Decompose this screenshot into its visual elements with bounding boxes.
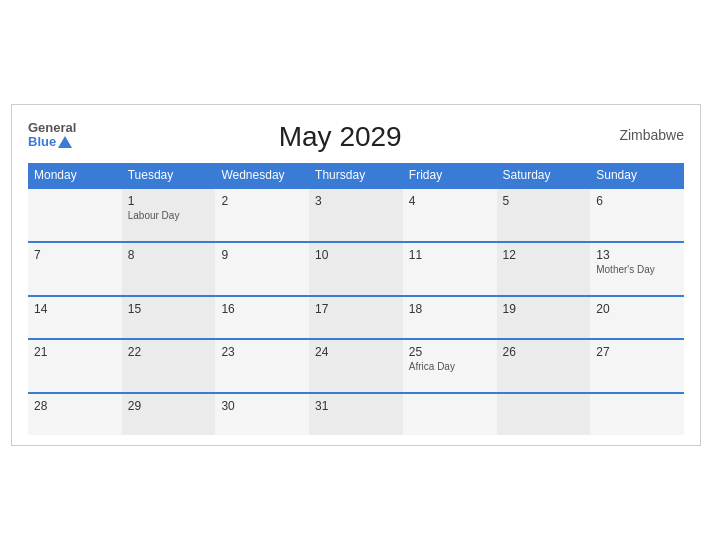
calendar-cell: 11 [403, 242, 497, 296]
calendar-table: MondayTuesdayWednesdayThursdayFridaySatu… [28, 163, 684, 435]
calendar-cell: 2 [215, 188, 309, 242]
day-number: 9 [221, 248, 303, 262]
day-number: 1 [128, 194, 210, 208]
day-number: 28 [34, 399, 116, 413]
day-number: 12 [503, 248, 585, 262]
calendar-header: General Blue May 2029 Zimbabwe [28, 121, 684, 153]
calendar-cell: 26 [497, 339, 591, 393]
calendar-cell: 23 [215, 339, 309, 393]
column-header-thursday: Thursday [309, 163, 403, 188]
column-header-sunday: Sunday [590, 163, 684, 188]
calendar-cell: 3 [309, 188, 403, 242]
day-number: 21 [34, 345, 116, 359]
day-number: 20 [596, 302, 678, 316]
calendar-cell [403, 393, 497, 435]
week-row-5: 28293031 [28, 393, 684, 435]
calendar-cell: 5 [497, 188, 591, 242]
calendar-cell [28, 188, 122, 242]
calendar-cell: 25Africa Day [403, 339, 497, 393]
day-number: 29 [128, 399, 210, 413]
calendar-cell: 16 [215, 296, 309, 339]
day-number: 31 [315, 399, 397, 413]
week-row-4: 2122232425Africa Day2627 [28, 339, 684, 393]
day-number: 11 [409, 248, 491, 262]
day-number: 25 [409, 345, 491, 359]
day-number: 18 [409, 302, 491, 316]
day-number: 6 [596, 194, 678, 208]
logo: General Blue [28, 121, 76, 150]
calendar-cell: 9 [215, 242, 309, 296]
logo-blue-text: Blue [28, 135, 72, 149]
calendar-cell [590, 393, 684, 435]
day-number: 26 [503, 345, 585, 359]
calendar-cell: 12 [497, 242, 591, 296]
column-header-saturday: Saturday [497, 163, 591, 188]
calendar-cell: 24 [309, 339, 403, 393]
logo-general-text: General [28, 121, 76, 135]
column-header-tuesday: Tuesday [122, 163, 216, 188]
day-number: 8 [128, 248, 210, 262]
day-number: 17 [315, 302, 397, 316]
holiday-label: Mother's Day [596, 264, 678, 275]
calendar-cell: 18 [403, 296, 497, 339]
calendar-cell: 4 [403, 188, 497, 242]
day-number: 30 [221, 399, 303, 413]
calendar-cell: 22 [122, 339, 216, 393]
calendar-title: May 2029 [76, 121, 604, 153]
column-header-monday: Monday [28, 163, 122, 188]
column-header-wednesday: Wednesday [215, 163, 309, 188]
day-number: 7 [34, 248, 116, 262]
week-row-1: 1Labour Day23456 [28, 188, 684, 242]
calendar-cell [497, 393, 591, 435]
calendar-container: General Blue May 2029 Zimbabwe MondayTue… [11, 104, 701, 446]
day-number: 4 [409, 194, 491, 208]
column-header-friday: Friday [403, 163, 497, 188]
calendar-cell: 19 [497, 296, 591, 339]
holiday-label: Labour Day [128, 210, 210, 221]
calendar-cell: 10 [309, 242, 403, 296]
day-number: 24 [315, 345, 397, 359]
calendar-cell: 8 [122, 242, 216, 296]
column-header-row: MondayTuesdayWednesdayThursdayFridaySatu… [28, 163, 684, 188]
calendar-cell: 29 [122, 393, 216, 435]
day-number: 10 [315, 248, 397, 262]
calendar-cell: 20 [590, 296, 684, 339]
week-row-3: 14151617181920 [28, 296, 684, 339]
calendar-cell: 1Labour Day [122, 188, 216, 242]
day-number: 2 [221, 194, 303, 208]
calendar-cell: 31 [309, 393, 403, 435]
day-number: 22 [128, 345, 210, 359]
calendar-cell: 14 [28, 296, 122, 339]
week-row-2: 78910111213Mother's Day [28, 242, 684, 296]
day-number: 13 [596, 248, 678, 262]
calendar-cell: 6 [590, 188, 684, 242]
calendar-cell: 17 [309, 296, 403, 339]
calendar-cell: 21 [28, 339, 122, 393]
day-number: 3 [315, 194, 397, 208]
calendar-cell: 30 [215, 393, 309, 435]
logo-triangle-icon [58, 136, 72, 148]
calendar-cell: 28 [28, 393, 122, 435]
calendar-cell: 15 [122, 296, 216, 339]
day-number: 19 [503, 302, 585, 316]
holiday-label: Africa Day [409, 361, 491, 372]
day-number: 15 [128, 302, 210, 316]
day-number: 27 [596, 345, 678, 359]
calendar-cell: 13Mother's Day [590, 242, 684, 296]
calendar-cell: 27 [590, 339, 684, 393]
day-number: 16 [221, 302, 303, 316]
day-number: 14 [34, 302, 116, 316]
day-number: 23 [221, 345, 303, 359]
calendar-cell: 7 [28, 242, 122, 296]
day-number: 5 [503, 194, 585, 208]
country-label: Zimbabwe [604, 121, 684, 143]
